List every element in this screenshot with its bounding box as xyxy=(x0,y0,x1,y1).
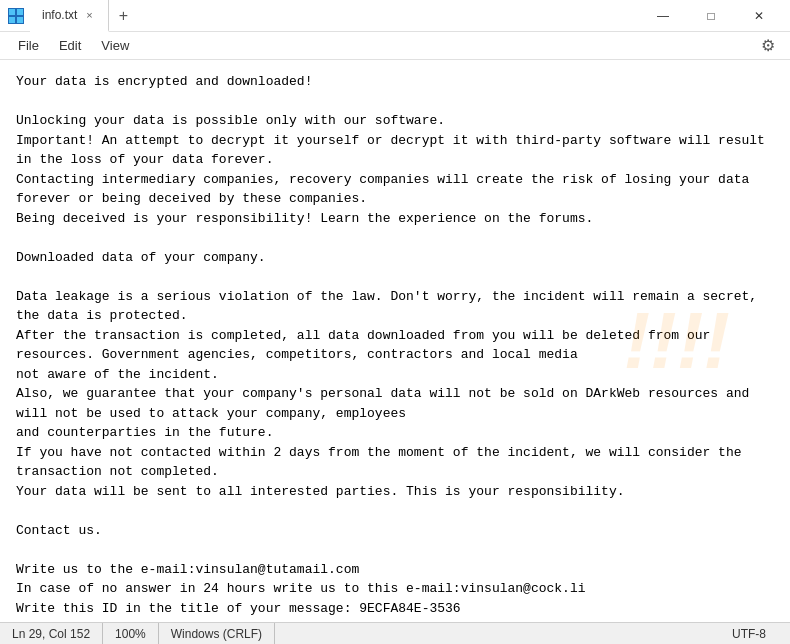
tab-close-btn[interactable]: × xyxy=(83,8,95,22)
minimize-btn[interactable]: — xyxy=(640,0,686,32)
new-tab-btn[interactable]: + xyxy=(109,0,138,32)
text-editor[interactable]: Your data is encrypted and downloaded! U… xyxy=(0,60,790,622)
svg-rect-0 xyxy=(9,9,15,15)
zoom-level: 100% xyxy=(103,623,159,644)
settings-icon[interactable]: ⚙ xyxy=(754,32,782,60)
title-bar-left: info.txt × + xyxy=(8,0,640,32)
content-area: !!!! Your data is encrypted and download… xyxy=(0,60,790,622)
svg-rect-3 xyxy=(17,17,23,23)
menu-file[interactable]: File xyxy=(8,34,49,57)
close-btn[interactable]: ✕ xyxy=(736,0,782,32)
menu-bar: File Edit View ⚙ xyxy=(0,32,790,60)
tab-info-txt[interactable]: info.txt × xyxy=(30,0,109,32)
maximize-btn[interactable]: □ xyxy=(688,0,734,32)
encoding: UTF-8 xyxy=(720,623,778,644)
svg-rect-2 xyxy=(9,17,15,23)
app-icon xyxy=(8,8,24,24)
status-bar: Ln 29, Col 152 100% Windows (CRLF) UTF-8 xyxy=(0,622,790,644)
title-bar: info.txt × + — □ ✕ xyxy=(0,0,790,32)
menu-view[interactable]: View xyxy=(91,34,139,57)
line-ending: Windows (CRLF) xyxy=(159,623,275,644)
menu-bar-right: ⚙ xyxy=(754,32,782,60)
svg-rect-1 xyxy=(17,9,23,15)
cursor-position: Ln 29, Col 152 xyxy=(12,623,103,644)
menu-edit[interactable]: Edit xyxy=(49,34,91,57)
window-controls: — □ ✕ xyxy=(640,0,782,32)
tab-label: info.txt xyxy=(42,8,77,22)
tab-area: info.txt × + xyxy=(30,0,138,32)
